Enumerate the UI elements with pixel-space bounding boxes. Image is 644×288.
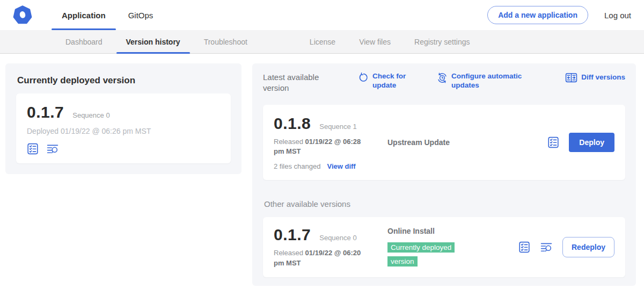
configure-automatic-updates-button[interactable]: Configure automatic updates xyxy=(437,72,525,90)
files-changed-text: 2 files changed xyxy=(274,162,320,170)
redeploy-button[interactable]: Redeploy xyxy=(562,237,614,257)
preflight-checklist-icon[interactable] xyxy=(27,143,39,155)
add-new-application-button[interactable]: Add a new application xyxy=(487,6,588,24)
refresh-icon xyxy=(358,73,369,83)
configure-automatic-updates-label: Configure automatic updates xyxy=(451,72,525,90)
deployed-version-number: 0.1.7 xyxy=(27,103,64,121)
currently-deployed-title: Currently deployed version xyxy=(17,75,231,86)
other-deploy-logs-icon[interactable] xyxy=(540,242,553,253)
tab-application[interactable]: Application xyxy=(50,0,117,30)
app-logo[interactable] xyxy=(13,0,32,30)
auto-update-clock-icon xyxy=(437,73,448,83)
subtab-troubleshoot[interactable]: Troubleshoot xyxy=(192,30,259,53)
subtab-dashboard[interactable]: Dashboard xyxy=(54,30,114,53)
heptagon-logo-icon xyxy=(13,5,32,25)
other-preflight-checklist-icon[interactable] xyxy=(518,241,530,253)
latest-available-title: Latest available version xyxy=(263,72,334,94)
deployed-sequence-label: Sequence 0 xyxy=(72,111,109,119)
latest-source-label: Upstream Update xyxy=(387,138,450,147)
other-version-number: 0.1.7 xyxy=(274,226,311,244)
latest-version-number: 0.1.8 xyxy=(274,114,311,133)
available-versions-panel: Latest available version Check for updat… xyxy=(252,63,636,286)
subtab-version-history[interactable]: Version history xyxy=(114,30,192,53)
deploy-logs-icon[interactable] xyxy=(46,143,59,155)
diff-icon xyxy=(565,73,577,83)
other-version-card: 0.1.7 Sequence 0 Released 01/19/22 @ 06:… xyxy=(263,217,625,277)
log-out-link[interactable]: Log out xyxy=(604,11,631,20)
top-nav: Application GitOps Add a new application… xyxy=(0,0,644,30)
latest-released-text: Released 01/19/22 @ 06:28 pm MST xyxy=(274,137,373,157)
other-released-text: Released 01/19/22 @ 06:20 pm MST xyxy=(274,248,373,269)
subtab-view-files[interactable]: View files xyxy=(347,30,402,53)
other-versions-title: Other available versions xyxy=(264,199,625,208)
deployed-date-text: Deployed 01/19/22 @ 06:26 pm MST xyxy=(27,127,220,135)
deploy-button[interactable]: Deploy xyxy=(569,133,614,152)
app-sub-nav: Dashboard Version history Troubleshoot L… xyxy=(0,30,644,54)
check-for-update-label: Check for update xyxy=(372,72,412,90)
deployed-version-card: 0.1.7 Sequence 0 Deployed 01/19/22 @ 06:… xyxy=(16,93,231,163)
other-sequence-label: Sequence 0 xyxy=(319,234,356,242)
diff-versions-button[interactable]: Diff versions xyxy=(565,72,625,83)
subtab-license[interactable]: License xyxy=(298,30,347,53)
currently-deployed-panel: Currently deployed version 0.1.7 Sequenc… xyxy=(5,63,241,174)
main-content: Currently deployed version 0.1.7 Sequenc… xyxy=(0,54,644,286)
other-source-label: Online Install xyxy=(387,227,518,235)
subtab-registry-settings[interactable]: Registry settings xyxy=(402,30,481,53)
tab-gitops[interactable]: GitOps xyxy=(117,0,165,30)
latest-sequence-label: Sequence 1 xyxy=(319,123,356,131)
view-diff-link[interactable]: View diff xyxy=(327,162,355,170)
latest-preflight-checklist-icon[interactable] xyxy=(547,136,559,148)
currently-deployed-badge: Currently deployed version xyxy=(387,240,469,268)
latest-version-card: 0.1.8 Sequence 1 Released 01/19/22 @ 06:… xyxy=(263,105,625,181)
top-nav-right: Add a new application Log out xyxy=(487,0,631,30)
available-header: Latest available version Check for updat… xyxy=(263,72,625,94)
diff-versions-label: Diff versions xyxy=(581,73,625,82)
check-for-update-button[interactable]: Check for update xyxy=(358,72,412,90)
